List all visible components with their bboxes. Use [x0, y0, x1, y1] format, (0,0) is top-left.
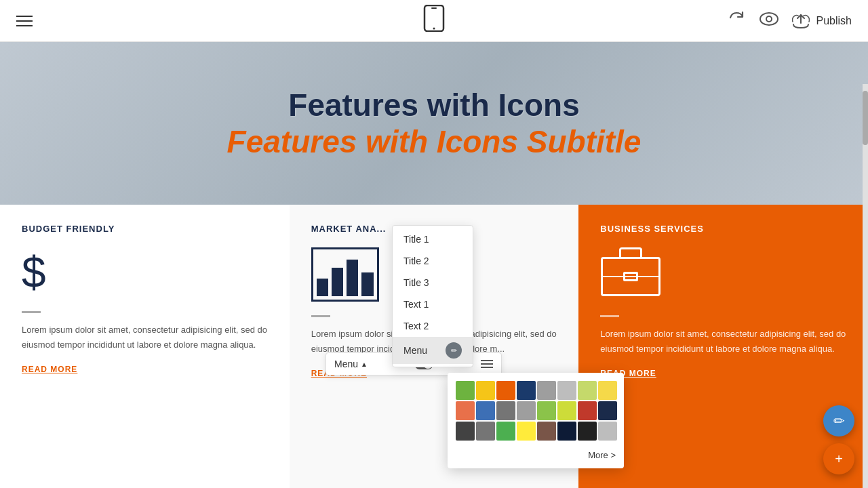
menu-item-title3[interactable]: Title 3: [393, 272, 473, 293]
color-cell[interactable]: [517, 381, 536, 400]
color-cell[interactable]: [557, 422, 576, 441]
color-cell[interactable]: [598, 381, 617, 400]
mobile-preview-icon[interactable]: [423, 5, 445, 37]
card-budget-friendly: BUDGET FRIENDLY $ Lorem ipsum dolor sit …: [0, 205, 290, 488]
color-cell[interactable]: [517, 422, 536, 441]
caret-icon: ▲: [361, 361, 368, 368]
preview-icon[interactable]: [760, 12, 778, 30]
menu-item-label: Text 1: [403, 299, 429, 310]
card-text-2: Lorem ipsum dolor sit amet, consectetur …: [600, 327, 846, 357]
fab-container: ✏ +: [823, 405, 854, 474]
scrollbar-thumb[interactable]: [863, 91, 868, 145]
menu-bar-label: Menu ▲: [334, 359, 368, 369]
divider-2: [600, 315, 619, 317]
menu-item-title2[interactable]: Title 2: [393, 250, 473, 272]
color-cell[interactable]: [598, 422, 617, 441]
hero-subtitle: Features with Icons Subtitle: [227, 123, 642, 160]
svg-point-4: [766, 16, 772, 22]
color-cell[interactable]: [578, 401, 597, 420]
menu-item-text1[interactable]: Text 1: [393, 293, 473, 315]
publish-button[interactable]: Publish: [792, 14, 852, 28]
color-cell[interactable]: [557, 381, 576, 400]
briefcase-icon-container: [600, 247, 846, 302]
color-cell[interactable]: [476, 422, 495, 441]
more-colors-button[interactable]: More >: [456, 447, 616, 460]
color-cell[interactable]: [456, 422, 475, 441]
menu-item-text2[interactable]: Text 2: [393, 315, 473, 337]
menu-item-label: Title 1: [403, 234, 429, 245]
color-cell[interactable]: [476, 381, 495, 400]
svg-point-3: [760, 13, 778, 25]
dollar-icon: $: [22, 247, 268, 298]
edit-fab-button[interactable]: ✏: [823, 405, 854, 436]
color-cell[interactable]: [537, 422, 556, 441]
menu-item-label: Menu: [403, 345, 427, 356]
read-more-2[interactable]: READ MORE: [600, 369, 846, 378]
svg-rect-1: [431, 7, 437, 9]
menu-item-label: Text 2: [403, 321, 429, 331]
color-cell[interactable]: [537, 381, 556, 400]
hero-section: Features with Icons Features with Icons …: [0, 42, 868, 205]
menu-item-title1[interactable]: Title 1: [393, 228, 473, 250]
color-cell[interactable]: [578, 381, 597, 400]
hero-title: Features with Icons: [288, 87, 579, 123]
context-menu: Title 1 Title 2 Title 3 Text 1 Text 2 Me…: [392, 225, 473, 367]
color-grid: [456, 381, 616, 441]
color-picker: More >: [448, 373, 624, 468]
menu-item-label: Title 2: [403, 256, 429, 266]
toolbar-right: Publish: [727, 9, 852, 33]
divider-1: [311, 315, 330, 317]
scrollbar[interactable]: [863, 84, 868, 488]
menu-item-menu[interactable]: Menu ✏: [393, 337, 473, 364]
divider-0: [22, 311, 41, 313]
menu-lines-icon[interactable]: [481, 360, 493, 368]
publish-label: Publish: [816, 15, 852, 27]
svg-rect-0: [425, 5, 443, 31]
main-content: Features with Icons Features with Icons …: [0, 42, 868, 488]
read-more-0[interactable]: READ MORE: [22, 365, 268, 374]
menu-item-label: Title 3: [403, 277, 429, 288]
color-cell[interactable]: [578, 422, 597, 441]
edit-icon[interactable]: ✏: [446, 342, 462, 359]
color-cell[interactable]: [496, 422, 515, 441]
toolbar: Publish: [0, 0, 868, 42]
card-title-0: BUDGET FRIENDLY: [22, 224, 268, 234]
card-title-2: BUSINESS SERVICES: [600, 224, 846, 234]
color-cell[interactable]: [517, 401, 536, 420]
color-cell[interactable]: [476, 401, 495, 420]
menu-button[interactable]: [16, 16, 33, 26]
toolbar-center: [423, 5, 445, 37]
toolbar-left: [16, 16, 33, 26]
color-cell[interactable]: [496, 381, 515, 400]
color-cell[interactable]: [496, 401, 515, 420]
color-cell[interactable]: [456, 401, 475, 420]
undo-icon[interactable]: [727, 9, 746, 33]
color-cell[interactable]: [598, 401, 617, 420]
color-cell[interactable]: [537, 401, 556, 420]
color-cell[interactable]: [456, 381, 475, 400]
card-text-0: Lorem ipsum dolor sit amet, consectetur …: [22, 323, 268, 352]
color-cell[interactable]: [557, 401, 576, 420]
svg-point-2: [433, 28, 435, 30]
add-fab-button[interactable]: +: [823, 443, 854, 474]
